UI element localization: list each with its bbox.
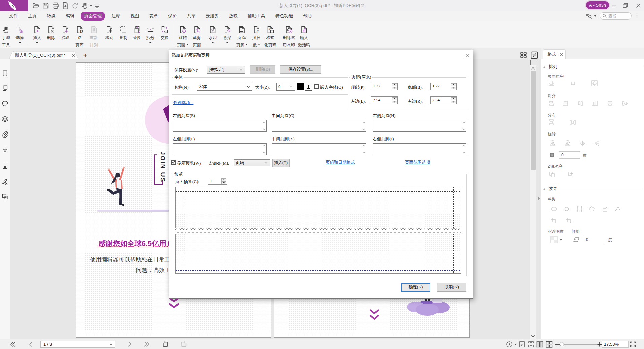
destinations-icon[interactable] bbox=[1, 162, 9, 169]
textarea-scroll-down-icon[interactable] bbox=[263, 151, 266, 154]
header-center-textarea[interactable] bbox=[272, 120, 366, 132]
last-page-icon[interactable] bbox=[143, 341, 150, 348]
header-right-textarea[interactable] bbox=[373, 120, 466, 132]
margin-top-spinner[interactable]: 1.27 bbox=[371, 83, 398, 90]
fit-screen-icon[interactable] bbox=[629, 341, 637, 348]
textarea-scroll-down-icon[interactable] bbox=[362, 128, 365, 130]
center-vertical-icon[interactable] bbox=[569, 79, 577, 87]
appearance-options-link[interactable]: 外观选项... bbox=[173, 100, 193, 106]
rotation-degree-input[interactable]: 0 bbox=[559, 151, 580, 159]
footer-right-textarea[interactable] bbox=[373, 143, 466, 155]
margin-left-spinner[interactable]: 2.54 bbox=[371, 96, 398, 104]
crop-ellipse-icon[interactable] bbox=[550, 205, 558, 213]
user-account-badge[interactable]: A - Sh3n bbox=[586, 1, 609, 9]
preview-page-spinner[interactable]: 1 bbox=[208, 178, 227, 185]
align-top-icon[interactable] bbox=[576, 99, 585, 107]
ribbon-tool-贝茨数[interactable]: #贝茨数 bbox=[252, 24, 261, 48]
menu-转换[interactable]: 转换 bbox=[42, 12, 61, 20]
zoom-slider-track[interactable] bbox=[560, 344, 598, 345]
align-left-icon[interactable] bbox=[547, 99, 556, 107]
skew-icon[interactable] bbox=[573, 236, 580, 243]
footer-center-textarea[interactable] bbox=[272, 143, 366, 155]
app-logo[interactable] bbox=[0, 0, 28, 11]
center-horizontal-icon[interactable] bbox=[547, 79, 556, 87]
menu-保护[interactable]: 保护 bbox=[163, 12, 182, 20]
align-vcenter-icon[interactable] bbox=[620, 99, 629, 107]
distribute-vertical-icon[interactable] bbox=[547, 118, 556, 126]
margin-right-spinner[interactable]: 2.54 bbox=[430, 96, 457, 104]
signature-icon[interactable] bbox=[1, 178, 9, 185]
menu-特色功能[interactable]: 特色功能 bbox=[270, 12, 298, 20]
dialog-close-icon[interactable] bbox=[463, 52, 471, 59]
next-view-icon[interactable] bbox=[180, 341, 188, 348]
ribbon-tool-重新排列[interactable]: 重新排列 bbox=[90, 24, 98, 48]
ribbon-tool-交换[interactable]: 交换 bbox=[161, 24, 169, 41]
previous-view-icon[interactable] bbox=[162, 341, 169, 348]
crop-curve-icon[interactable] bbox=[613, 205, 622, 213]
crop-ellipse-points-icon[interactable] bbox=[562, 205, 571, 213]
previous-page-icon[interactable] bbox=[27, 341, 35, 348]
textarea-scroll-down-icon[interactable] bbox=[462, 128, 465, 130]
ribbon-tool-输入激活码[interactable]: 输入激活码 bbox=[298, 24, 310, 48]
textarea-scroll-up-icon[interactable] bbox=[462, 121, 465, 124]
hand-tool-icon[interactable] bbox=[80, 0, 90, 11]
continuous-page-icon[interactable] bbox=[527, 341, 535, 348]
panel-section-效果[interactable]: 效果 bbox=[543, 186, 641, 192]
format-panel-tab[interactable]: 格式 bbox=[543, 49, 566, 59]
bookmarks-icon[interactable] bbox=[1, 70, 9, 77]
scrollbar-down-icon[interactable] bbox=[531, 335, 535, 338]
ribbon-tool-选择[interactable]: 选择 bbox=[16, 24, 24, 44]
flip-horizontal-icon[interactable] bbox=[578, 139, 587, 147]
reading-mode-icon[interactable] bbox=[506, 341, 513, 348]
spin-down-icon[interactable] bbox=[451, 101, 456, 104]
attachments-icon[interactable] bbox=[1, 131, 9, 138]
menu-视图[interactable]: 视图 bbox=[125, 12, 144, 20]
next-page-icon[interactable] bbox=[126, 341, 133, 348]
crop-polygon-icon[interactable] bbox=[587, 205, 596, 213]
embed-font-checkbox[interactable] bbox=[314, 84, 319, 89]
header-left-textarea[interactable] bbox=[173, 120, 267, 132]
facing-continuous-icon[interactable] bbox=[545, 341, 553, 348]
customize-toolbar-icon[interactable] bbox=[92, 0, 102, 11]
textarea-scroll-up-icon[interactable] bbox=[362, 121, 365, 124]
ribbon-tool-插入[interactable]: 插入 bbox=[33, 24, 41, 44]
single-page-icon[interactable] bbox=[518, 341, 526, 348]
skew-degree-input[interactable]: 0 bbox=[584, 236, 605, 243]
textarea-scroll-down-icon[interactable] bbox=[362, 151, 365, 154]
page-number-date-format-link[interactable]: 页码和日期格式 bbox=[326, 160, 355, 165]
rotation-gear-icon[interactable] bbox=[549, 152, 555, 158]
zoom-slider-handle[interactable] bbox=[560, 342, 564, 346]
margin-bottom-spinner[interactable]: 1.27 bbox=[430, 83, 457, 90]
security-icon[interactable] bbox=[1, 147, 9, 154]
menu-注释[interactable]: 注释 bbox=[106, 12, 125, 20]
ribbon-tool-背景[interactable]: 背景 bbox=[223, 24, 231, 44]
save-settings-combo[interactable]: [未指定] bbox=[207, 66, 245, 74]
ribbon-tool-逆页序[interactable]: 12逆页序 bbox=[76, 24, 84, 48]
redo-icon[interactable] bbox=[70, 0, 80, 11]
ribbon-tool-删除试用水印[interactable]: 删除试用水印 bbox=[283, 24, 295, 48]
center-both-icon[interactable] bbox=[590, 79, 599, 87]
spin-up-icon[interactable] bbox=[221, 178, 226, 181]
save-settings-button[interactable]: 保存设置(S)... bbox=[280, 65, 321, 74]
spin-up-icon[interactable] bbox=[392, 97, 397, 100]
opacity-swatch[interactable] bbox=[550, 236, 558, 243]
ribbon-tool-删除[interactable]: 删除 bbox=[47, 24, 55, 41]
comments-icon[interactable] bbox=[1, 100, 9, 107]
align-bottom-icon[interactable] bbox=[591, 99, 600, 107]
crop-remove-icon[interactable] bbox=[565, 217, 573, 225]
more-menu-icon[interactable] bbox=[635, 13, 639, 19]
first-page-icon[interactable] bbox=[9, 341, 16, 348]
textarea-scroll-up-icon[interactable] bbox=[263, 121, 266, 124]
distribute-horizontal-icon[interactable] bbox=[568, 118, 577, 126]
menu-放映[interactable]: 放映 bbox=[224, 12, 243, 20]
print-icon[interactable] bbox=[50, 0, 60, 11]
layers-icon[interactable] bbox=[1, 115, 9, 123]
search-box[interactable] bbox=[600, 12, 632, 20]
footer-left-textarea[interactable] bbox=[173, 143, 267, 155]
font-name-combo[interactable]: 宋体 bbox=[197, 83, 252, 91]
search-input[interactable] bbox=[608, 14, 629, 18]
menu-共享[interactable]: 共享 bbox=[182, 12, 201, 20]
spin-down-icon[interactable] bbox=[392, 101, 397, 104]
tab-close-icon[interactable] bbox=[71, 52, 76, 58]
textarea-scroll-up-icon[interactable] bbox=[263, 145, 266, 147]
